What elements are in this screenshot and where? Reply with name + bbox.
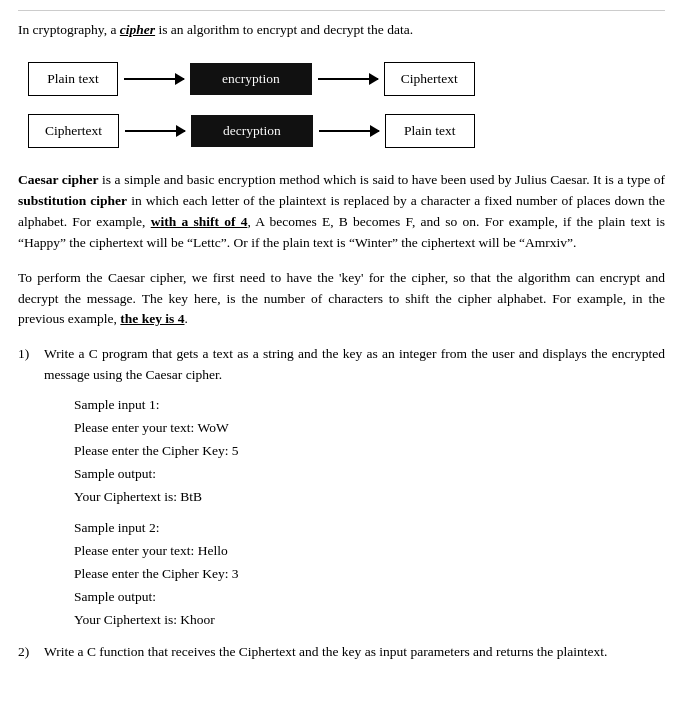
sample-2-line-5: Your Ciphertext is: Khoor <box>74 609 665 632</box>
list-item-1-text: Write a C program that gets a text as a … <box>44 346 665 382</box>
list-item-2: 2) Write a C function that receives the … <box>18 642 665 663</box>
arrow-line-4 <box>319 130 379 132</box>
arrow-4 <box>319 130 379 132</box>
ciphertext-box-1: Ciphertext <box>384 62 475 96</box>
arrow-2 <box>318 78 378 80</box>
decryption-row: Ciphertext decryption Plain text <box>28 114 655 148</box>
list-item-2-text: Write a C function that receives the Cip… <box>44 644 607 659</box>
list-content-1: Write a C program that gets a text as a … <box>44 344 665 631</box>
caesar-paragraph: Caesar cipher is a simple and basic encr… <box>18 170 665 254</box>
plaintext-box-2: Plain text <box>385 114 475 148</box>
sample-2-line-1: Sample input 2: <box>74 517 665 540</box>
intro-text-after: is an algorithm to encrypt and decrypt t… <box>155 22 413 37</box>
encryption-box: encryption <box>190 63 312 95</box>
plaintext-box-1: Plain text <box>28 62 118 96</box>
caesar-cipher-heading: Caesar cipher <box>18 172 99 187</box>
substitution-cipher-text: substitution cipher <box>18 193 127 208</box>
intro-text-before: In cryptography, a <box>18 22 120 37</box>
list-number-2: 2) <box>18 642 38 663</box>
encryption-row: Plain text encryption Ciphertext <box>28 62 655 96</box>
sample-1-line-1: Sample input 1: <box>74 394 665 417</box>
arrow-line-3 <box>125 130 185 132</box>
key-paragraph: To perform the Caesar cipher, we first n… <box>18 268 665 331</box>
sample-1-line-5: Your Ciphertext is: BtB <box>74 486 665 509</box>
sample-block-1: Sample input 1: Please enter your text: … <box>74 394 665 509</box>
arrow-3 <box>125 130 185 132</box>
intro-paragraph: In cryptography, a cipher is an algorith… <box>18 21 665 40</box>
sample-block-2: Sample input 2: Please enter your text: … <box>74 517 665 632</box>
diagram-container: Plain text encryption Ciphertext Ciphert… <box>18 58 665 152</box>
list-number-1: 1) <box>18 344 38 631</box>
sample-2-line-3: Please enter the Cipher Key: 3 <box>74 563 665 586</box>
arrow-line-2 <box>318 78 378 80</box>
ciphertext-box-2: Ciphertext <box>28 114 119 148</box>
arrow-line-1 <box>124 78 184 80</box>
sample-2-line-4: Sample output: <box>74 586 665 609</box>
shift-example: with a shift of 4 <box>151 214 248 229</box>
sample-1-line-3: Please enter the Cipher Key: 5 <box>74 440 665 463</box>
sample-1-line-4: Sample output: <box>74 463 665 486</box>
sample-2-line-2: Please enter your text: Hello <box>74 540 665 563</box>
exercises-list: 1) Write a C program that gets a text as… <box>18 344 665 662</box>
decryption-box: decryption <box>191 115 313 147</box>
key-is-4: the key is 4 <box>120 311 184 326</box>
top-divider <box>18 10 665 11</box>
arrow-1 <box>124 78 184 80</box>
cipher-italic: cipher <box>120 22 155 37</box>
sample-1-line-2: Please enter your text: WoW <box>74 417 665 440</box>
list-item-1: 1) Write a C program that gets a text as… <box>18 344 665 631</box>
list-content-2: Write a C function that receives the Cip… <box>44 642 665 663</box>
